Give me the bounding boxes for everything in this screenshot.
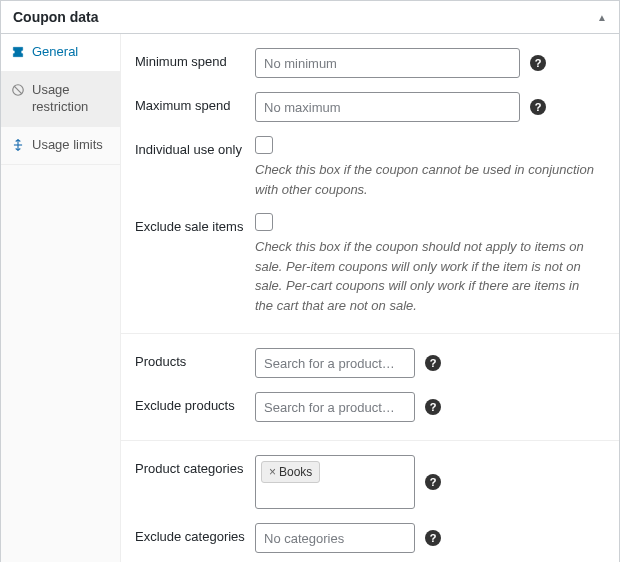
tab-general[interactable]: General [1, 34, 120, 72]
label-products: Products [135, 348, 255, 369]
row-exclude-sale: Exclude sale items Check this box if the… [135, 213, 605, 315]
panel-header: Coupon data ▲ [1, 1, 619, 34]
label-product-categories: Product categories [135, 455, 255, 476]
label-exclude-products: Exclude products [135, 392, 255, 413]
row-individual-use: Individual use only Check this box if th… [135, 136, 605, 199]
remove-tag-icon[interactable]: × [269, 465, 276, 479]
tab-usage-limits[interactable]: Usage limits [1, 127, 120, 165]
tab-label: Usage restriction [32, 82, 110, 116]
tab-label: Usage limits [32, 137, 110, 154]
exclude-categories-placeholder: No categories [264, 531, 344, 546]
row-products: Products ? [135, 348, 605, 378]
label-maximum-spend: Maximum spend [135, 92, 255, 113]
ticket-icon [11, 45, 25, 59]
individual-use-checkbox[interactable] [255, 136, 273, 154]
label-exclude-categories: Exclude categories [135, 523, 255, 544]
label-minimum-spend: Minimum spend [135, 48, 255, 69]
row-exclude-products: Exclude products ? [135, 392, 605, 422]
row-product-categories: Product categories × Books ? [135, 455, 605, 509]
tab-label: General [32, 44, 110, 61]
collapse-toggle-icon[interactable]: ▲ [597, 12, 607, 23]
help-icon[interactable]: ? [530, 55, 546, 71]
section-products: Products ? Exclude products ? [121, 334, 619, 441]
products-input[interactable] [255, 348, 415, 378]
exclude-sale-description: Check this box if the coupon should not … [255, 237, 595, 315]
tag-label: Books [279, 465, 312, 479]
exclude-sale-checkbox[interactable] [255, 213, 273, 231]
help-icon[interactable]: ? [425, 399, 441, 415]
exclude-categories-select[interactable]: No categories [255, 523, 415, 553]
help-icon[interactable]: ? [425, 474, 441, 490]
help-icon[interactable]: ? [530, 99, 546, 115]
category-tag[interactable]: × Books [261, 461, 320, 483]
label-individual-use: Individual use only [135, 136, 255, 157]
individual-use-description: Check this box if the coupon cannot be u… [255, 160, 595, 199]
row-exclude-categories: Exclude categories No categories ? [135, 523, 605, 553]
ban-icon [11, 83, 25, 97]
tab-content: Minimum spend ? Maximum spend ? [121, 34, 619, 562]
label-exclude-sale: Exclude sale items [135, 213, 255, 234]
maximum-spend-input[interactable] [255, 92, 520, 122]
panel-title: Coupon data [13, 9, 99, 25]
coupon-data-panel: Coupon data ▲ General Usage restriction [0, 0, 620, 562]
tabs-sidebar: General Usage restriction Usage limits [1, 34, 121, 562]
exclude-products-input[interactable] [255, 392, 415, 422]
section-spend: Minimum spend ? Maximum spend ? [121, 34, 619, 334]
tab-usage-restriction[interactable]: Usage restriction [1, 72, 120, 127]
section-categories: Product categories × Books ? [121, 441, 619, 562]
svg-line-1 [14, 86, 22, 94]
product-categories-select[interactable]: × Books [255, 455, 415, 509]
row-minimum-spend: Minimum spend ? [135, 48, 605, 78]
minimum-spend-input[interactable] [255, 48, 520, 78]
help-icon[interactable]: ? [425, 355, 441, 371]
limits-icon [11, 138, 25, 152]
row-maximum-spend: Maximum spend ? [135, 92, 605, 122]
panel-body: General Usage restriction Usage limits M… [1, 34, 619, 562]
help-icon[interactable]: ? [425, 530, 441, 546]
